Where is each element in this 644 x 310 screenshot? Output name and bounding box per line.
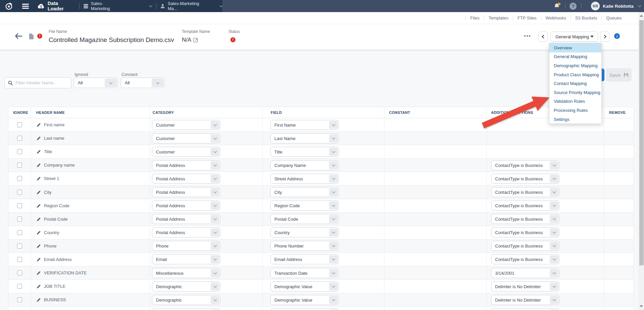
additional-options-select[interactable]: ContactType is Business <box>491 214 559 224</box>
additional-options-select[interactable] <box>491 308 559 310</box>
field-select[interactable]: Street Address <box>270 174 339 184</box>
field-select[interactable]: Transaction Date <box>270 268 339 278</box>
context-selector[interactable]: Sales-Marketing Ma... <box>160 1 222 11</box>
next-view-button[interactable] <box>600 32 609 42</box>
view-menu-item-source-priority-mapping[interactable]: Source Priority Mapping <box>549 88 601 97</box>
edit-pencil-icon[interactable] <box>37 271 41 275</box>
additional-options-select[interactable]: Delimter is No Delimiter <box>491 281 559 292</box>
field-select[interactable]: Phone Number <box>270 241 339 251</box>
category-select[interactable]: Postal Address <box>152 187 220 197</box>
ignore-checkbox[interactable] <box>17 176 22 181</box>
chevron-down-icon[interactable] <box>638 4 641 7</box>
subnav-link-s3-buckets[interactable]: S3 Buckets <box>571 15 602 20</box>
view-menu-item-contact-mapping[interactable]: Contact Mapping <box>549 79 601 88</box>
ignore-checkbox[interactable] <box>17 163 22 168</box>
edit-pencil-icon[interactable] <box>37 176 41 181</box>
field-select[interactable]: Country <box>270 227 339 237</box>
ignored-filter-select[interactable]: All <box>74 78 118 88</box>
category-select[interactable]: Postal Address <box>152 174 220 184</box>
field-select[interactable]: Email Address <box>270 254 339 264</box>
field-select[interactable]: Company Name <box>270 160 339 170</box>
info-icon[interactable]: i <box>614 33 620 39</box>
filter-header-search-input[interactable]: Filter Header Name... <box>4 77 71 88</box>
category-select[interactable]: Demographic <box>152 281 220 292</box>
scroll-up-arrow[interactable] <box>640 15 643 17</box>
additional-options-select[interactable]: ContactType is Business <box>491 187 559 197</box>
category-select[interactable]: Customer <box>152 133 220 143</box>
category-select[interactable]: Demographic <box>152 295 220 305</box>
view-menu-item-settings[interactable]: Settings <box>549 115 601 124</box>
edit-pencil-icon[interactable] <box>37 230 41 235</box>
view-menu-item-validation-rules[interactable]: Validation Rules <box>549 97 601 106</box>
edit-pencil-icon[interactable] <box>37 204 41 208</box>
avatar[interactable]: KR <box>591 2 600 10</box>
constant-filter-select[interactable]: All <box>121 78 165 88</box>
notifications-button[interactable] <box>554 3 560 9</box>
ignore-checkbox[interactable] <box>17 149 22 154</box>
additional-options-select[interactable]: ContactType is Business <box>491 160 559 170</box>
additional-options-select[interactable]: Delimter is No Delimiter <box>491 295 559 305</box>
hamburger-menu-icon[interactable] <box>22 4 29 9</box>
category-select[interactable]: Postal Address <box>152 201 220 211</box>
field-select[interactable]: Last Name <box>270 133 339 143</box>
additional-options-select[interactable]: ContactType is Business <box>491 201 559 211</box>
subnav-link-webhooks[interactable]: Webhooks <box>541 15 571 20</box>
vertical-scrollbar[interactable] <box>638 12 644 310</box>
ignore-checkbox[interactable] <box>17 190 22 195</box>
field-select[interactable] <box>270 308 339 310</box>
additional-options-select[interactable]: ContactType is Business <box>491 241 559 251</box>
edit-pencil-icon[interactable] <box>37 136 41 140</box>
scrollbar-thumb[interactable] <box>639 20 644 265</box>
field-select[interactable]: City <box>270 187 339 197</box>
ignore-checkbox[interactable] <box>17 284 22 289</box>
save-button[interactable]: Save <box>606 68 632 82</box>
file-icon[interactable] <box>29 33 34 40</box>
category-select[interactable]: Postal Address <box>152 214 220 224</box>
scroll-down-arrow[interactable] <box>640 305 643 307</box>
additional-options-select[interactable]: 3/14/2001 <box>491 268 559 278</box>
ignore-checkbox[interactable] <box>17 230 22 235</box>
back-button[interactable] <box>15 33 22 39</box>
view-menu-item-processing-rules[interactable]: Processing Rules <box>549 106 601 115</box>
view-menu-item-demographic-mapping[interactable]: Demographic Mapping <box>549 61 601 70</box>
omeda-logo-icon[interactable] <box>5 2 13 10</box>
additional-options-select[interactable]: ContactType is Business <box>491 227 559 237</box>
category-select[interactable]: Email <box>152 254 220 264</box>
view-menu-item-overview[interactable]: Overview <box>549 43 601 52</box>
edit-pencil-icon[interactable] <box>37 190 41 194</box>
more-actions-button[interactable] <box>524 35 530 37</box>
additional-options-select[interactable]: ContactType is Business <box>491 254 559 264</box>
edit-template-icon[interactable] <box>193 37 199 43</box>
ignore-checkbox[interactable] <box>17 270 22 275</box>
subnav-link-templates[interactable]: Templates <box>484 15 513 20</box>
database-selector[interactable]: Sales-Marketing <box>84 1 152 11</box>
ignore-checkbox[interactable] <box>17 136 22 141</box>
edit-pencil-icon[interactable] <box>37 298 41 302</box>
edit-pencil-icon[interactable] <box>37 257 41 262</box>
previous-view-button[interactable] <box>538 32 548 42</box>
field-select[interactable]: Demographic Value <box>270 295 339 305</box>
additional-options-select[interactable]: ContactType is Business <box>491 174 559 184</box>
subnav-link-queues[interactable]: Queues <box>602 15 626 20</box>
ignore-checkbox[interactable] <box>17 297 22 302</box>
ignore-checkbox[interactable] <box>17 257 22 262</box>
category-select[interactable]: Postal Address <box>152 227 220 237</box>
category-select[interactable] <box>152 308 220 310</box>
edit-pencil-icon[interactable] <box>37 123 41 127</box>
ignore-checkbox[interactable] <box>17 203 22 208</box>
field-select[interactable]: Region Code <box>270 201 339 211</box>
ignore-checkbox[interactable] <box>17 217 22 222</box>
file-error-icon[interactable]: ! <box>37 34 42 39</box>
product-home[interactable]: Data Loader <box>38 1 75 11</box>
view-selector-button[interactable]: General Mapping <box>550 32 598 42</box>
field-select[interactable]: First Name <box>270 120 339 130</box>
category-select[interactable]: Customer <box>152 120 220 130</box>
edit-pencil-icon[interactable] <box>37 149 41 154</box>
field-select[interactable]: Title <box>270 147 339 157</box>
ignore-checkbox[interactable] <box>17 122 22 127</box>
edit-pencil-icon[interactable] <box>37 217 41 221</box>
help-button[interactable]: ? <box>570 3 577 10</box>
subnav-link-files[interactable]: Files <box>466 15 484 20</box>
view-menu-item-general-mapping[interactable]: General Mapping <box>549 52 601 61</box>
edit-pencil-icon[interactable] <box>37 163 41 167</box>
